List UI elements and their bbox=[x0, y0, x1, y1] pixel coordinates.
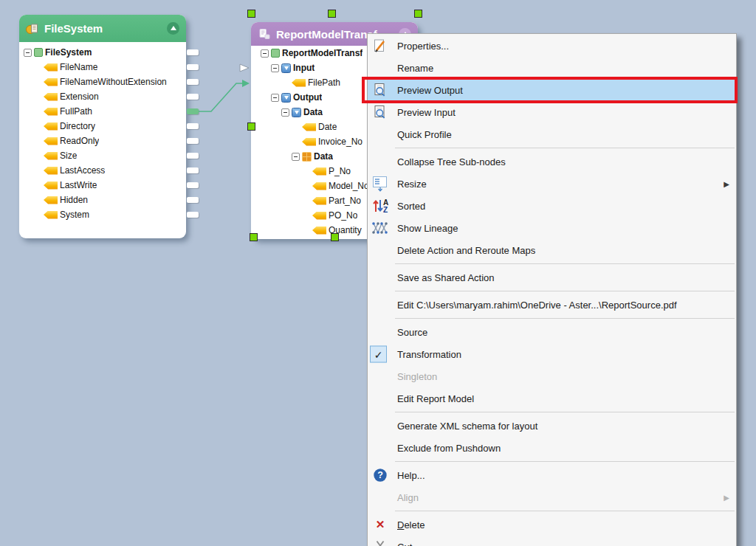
selection-handle[interactable] bbox=[331, 233, 339, 241]
menu-item-help[interactable]: ?Help... bbox=[368, 464, 736, 486]
menu-item-label: Cut bbox=[397, 542, 412, 546]
selection-handle[interactable] bbox=[414, 10, 422, 18]
submenu-arrow-icon: ▶ bbox=[724, 494, 729, 502]
node-filesystem[interactable]: FileSystem FileSystemFileNameFileNameWit… bbox=[19, 15, 186, 238]
output-port[interactable] bbox=[187, 167, 199, 173]
tree-row-hidden[interactable]: Hidden bbox=[19, 193, 186, 207]
selection-handle[interactable] bbox=[250, 233, 258, 241]
tree-row-system[interactable]: System bbox=[19, 207, 186, 222]
field-icon bbox=[44, 152, 58, 160]
tree-row-size[interactable]: Size bbox=[19, 148, 186, 163]
menu-item-properties[interactable]: Properties... bbox=[368, 35, 736, 57]
selection-handle[interactable] bbox=[247, 122, 255, 131]
output-port[interactable] bbox=[187, 123, 199, 129]
node-filesystem-header[interactable]: FileSystem bbox=[19, 15, 186, 42]
menu-separator bbox=[395, 412, 735, 412]
menu-item-label: Transformation bbox=[397, 349, 461, 360]
menu-item-delete[interactable]: ✕Delete bbox=[368, 514, 736, 536]
menu-item-preview-output[interactable]: Preview Output bbox=[368, 79, 736, 101]
field-icon bbox=[44, 137, 58, 145]
menu-item-source[interactable]: Source bbox=[368, 321, 736, 343]
menu-separator bbox=[395, 318, 735, 319]
tree-expander-icon[interactable] bbox=[281, 108, 289, 117]
menu-item-generate-xml-schema-for-layout[interactable]: Generate XML schema for layout bbox=[368, 415, 736, 437]
checkbox-checked-icon[interactable]: ✓ bbox=[370, 346, 387, 363]
resize-icon bbox=[371, 174, 390, 193]
selection-handle[interactable] bbox=[328, 10, 336, 18]
menu-item-resize[interactable]: Resize▶ bbox=[368, 173, 736, 195]
menu-item-label: Save as Shared Action bbox=[397, 272, 495, 283]
tree-row-label: Hidden bbox=[60, 195, 88, 205]
field-icon bbox=[44, 63, 58, 72]
tree-expander-icon[interactable] bbox=[271, 94, 279, 102]
tree-expander-icon[interactable] bbox=[261, 49, 269, 58]
output-port[interactable] bbox=[187, 182, 199, 188]
menu-item-cut[interactable]: Cut bbox=[368, 536, 736, 546]
output-port-connected[interactable] bbox=[187, 108, 199, 114]
tree-row-label: Model_No bbox=[329, 181, 369, 191]
svg-text:?: ? bbox=[377, 470, 383, 480]
menu-separator bbox=[395, 291, 735, 291]
svg-text:Z: Z bbox=[383, 206, 388, 214]
tree-row-readonly[interactable]: ReadOnly bbox=[19, 134, 186, 148]
dataflow-designer-canvas[interactable]: FileSystem FileSystemFileNameFileNameWit… bbox=[0, 0, 756, 546]
tree-row-filenamewithoutextension[interactable]: FileNameWithoutExtension bbox=[19, 75, 186, 89]
menu-item-label: Generate XML schema for layout bbox=[397, 421, 537, 432]
element-node-icon bbox=[281, 93, 291, 103]
field-icon bbox=[44, 196, 58, 204]
tree-row-label: PO_No bbox=[329, 210, 357, 221]
output-port[interactable] bbox=[187, 64, 199, 70]
menu-item-label: Align bbox=[397, 492, 419, 503]
tree-row-fullpath[interactable]: FullPath bbox=[19, 104, 186, 119]
menu-item-label: Collapse Tree Sub-nodes bbox=[397, 156, 506, 167]
tree-row-label: Directory bbox=[60, 121, 95, 131]
output-port[interactable] bbox=[187, 153, 199, 159]
collapse-up-icon[interactable] bbox=[167, 22, 179, 35]
menu-item-edit-report-model[interactable]: Edit Report Model bbox=[368, 387, 736, 410]
output-port[interactable] bbox=[187, 212, 199, 218]
menu-item-rename[interactable]: Rename bbox=[368, 57, 736, 79]
selection-handle[interactable] bbox=[247, 10, 255, 18]
preview-icon bbox=[371, 80, 390, 100]
menu-item-show-lineage[interactable]: Show Lineage bbox=[368, 217, 736, 239]
tree-row-label: Input bbox=[293, 63, 315, 73]
menu-item-collapse-tree-sub-nodes[interactable]: Collapse Tree Sub-nodes bbox=[368, 151, 736, 173]
tree-row-label: Extension bbox=[60, 91, 99, 102]
element-node-icon bbox=[281, 63, 291, 73]
tree-row-directory[interactable]: Directory bbox=[19, 119, 186, 134]
menu-item-sorted[interactable]: AZSorted bbox=[368, 195, 736, 217]
output-port[interactable] bbox=[187, 197, 199, 203]
tree-row-lastwrite[interactable]: LastWrite bbox=[19, 178, 186, 193]
menu-item-quick-profile[interactable]: Quick Profile bbox=[368, 123, 736, 145]
tree-row-extension[interactable]: Extension bbox=[19, 89, 186, 104]
menu-item-preview-input[interactable]: Preview Input bbox=[368, 101, 736, 123]
root-node-icon bbox=[271, 49, 280, 58]
field-icon bbox=[302, 123, 316, 131]
menu-item-label: Exclude from Pushdown bbox=[397, 443, 501, 454]
tree-row-label: ReadOnly bbox=[60, 136, 99, 146]
menu-item-label: Quick Profile bbox=[397, 129, 452, 140]
output-port[interactable] bbox=[187, 79, 199, 85]
delete-icon: ✕ bbox=[371, 515, 390, 534]
tree-expander-icon[interactable] bbox=[24, 49, 32, 57]
output-port[interactable] bbox=[187, 138, 199, 144]
record-node-icon bbox=[302, 152, 312, 162]
tree-row-lastaccess[interactable]: LastAccess bbox=[19, 163, 186, 178]
menu-item-transformation[interactable]: ✓Transformation bbox=[368, 343, 736, 365]
tree-row-filename[interactable]: FileName bbox=[19, 60, 186, 75]
root-node-icon bbox=[34, 48, 43, 57]
sort-az-icon: AZ bbox=[371, 196, 390, 215]
menu-item-delete-action-and-reroute-maps[interactable]: Delete Action and Reroute Maps bbox=[368, 239, 736, 261]
output-port[interactable] bbox=[187, 49, 199, 55]
input-port-arrow-icon[interactable] bbox=[239, 63, 250, 72]
help-icon: ? bbox=[371, 466, 390, 485]
tree-row-label: Invoice_No bbox=[318, 136, 362, 147]
menu-item-save-as-shared-action[interactable]: Save as Shared Action bbox=[368, 266, 736, 288]
output-port[interactable] bbox=[187, 94, 199, 100]
menu-item-label: Preview Input bbox=[397, 107, 456, 118]
menu-item-edit-c-users-maryam-rahim-onedrive-aster-reportsource-pdf[interactable]: Edit C:\Users\maryam.rahim\OneDrive - As… bbox=[368, 294, 736, 316]
menu-item-exclude-from-pushdown[interactable]: Exclude from Pushdown bbox=[368, 437, 736, 459]
tree-expander-icon[interactable] bbox=[292, 153, 300, 161]
tree-row-filesystem[interactable]: FileSystem bbox=[19, 45, 186, 60]
tree-expander-icon[interactable] bbox=[271, 64, 279, 72]
